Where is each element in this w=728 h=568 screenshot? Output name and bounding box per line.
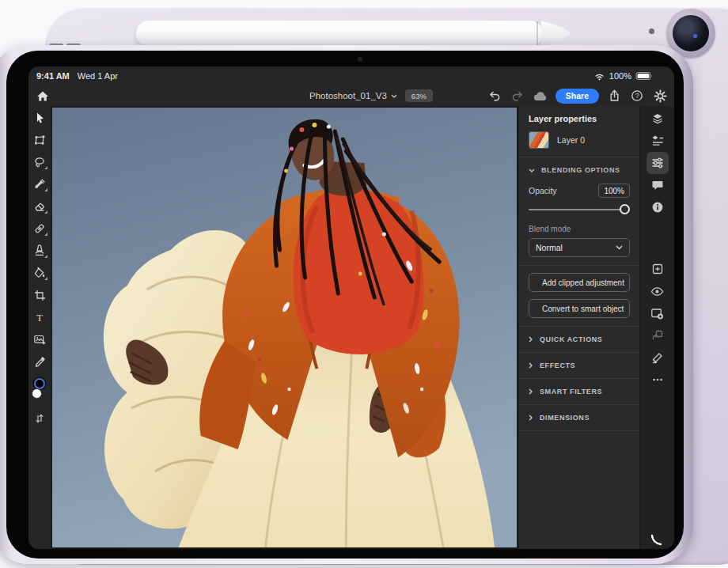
chevron-right-icon: [529, 362, 533, 369]
apple-pencil-seam: [537, 21, 538, 46]
layer-name: Layer 0: [557, 135, 585, 145]
adjustments-icon[interactable]: [646, 152, 669, 174]
slider-handle[interactable]: [620, 204, 630, 214]
svg-text:?: ?: [635, 92, 639, 100]
chevron-right-icon: [529, 336, 533, 343]
tool-type[interactable]: T: [28, 306, 51, 328]
redo-button[interactable]: [510, 88, 525, 104]
apple-pencil: [136, 21, 543, 47]
rear-camera-lens: [673, 15, 709, 51]
tool-healing-brush[interactable]: [28, 218, 51, 240]
layer-thumbnail: [529, 131, 549, 149]
tool-eraser[interactable]: [28, 195, 51, 218]
opacity-label: Opacity: [529, 186, 557, 195]
svg-text:T: T: [36, 312, 43, 324]
blend-mode-select[interactable]: Normal: [529, 238, 630, 257]
tool-place-photo[interactable]: [28, 328, 51, 350]
swap-colors-icon[interactable]: [28, 407, 51, 430]
corner-gesture-indicator[interactable]: [650, 533, 663, 546]
document-title[interactable]: Photoshoot_01_V3: [309, 91, 397, 100]
foreground-color-swatch[interactable]: [34, 378, 45, 389]
blend-mode-label: Blend mode: [529, 225, 630, 233]
status-time: 9:41 AM: [36, 71, 70, 81]
divider: [519, 430, 639, 431]
wifi-icon: [593, 71, 605, 81]
color-swatches[interactable]: [28, 377, 51, 407]
tool-lasso[interactable]: [28, 151, 51, 173]
tool-eyedropper[interactable]: [28, 350, 51, 373]
background-color-swatch[interactable]: [32, 388, 42, 399]
panel-title: Layer properties: [529, 114, 630, 123]
add-clipped-adjustment-button[interactable]: Add clipped adjustment: [529, 273, 630, 292]
section-dimensions[interactable]: DIMENSIONS: [529, 405, 630, 430]
chevron-right-icon: [529, 415, 533, 421]
cloud-sync-icon[interactable]: [533, 88, 548, 104]
canvas-area[interactable]: [51, 106, 518, 549]
section-smart-filters[interactable]: SMART FILTERS: [529, 379, 630, 404]
comments-icon[interactable]: [646, 174, 669, 196]
battery-icon: [635, 71, 654, 81]
rear-microphone-dot: [649, 28, 654, 34]
panel-rail-right: [639, 106, 674, 549]
convert-smart-object-button[interactable]: Convert to smart object: [529, 299, 630, 318]
marketing-scene: 9:41 AM Wed 1 Apr 100%: [0, 0, 728, 568]
chevron-down-icon: [529, 169, 535, 172]
zoom-level-badge[interactable]: 63%: [405, 89, 433, 102]
photoshop-app-screen: 9:41 AM Wed 1 Apr 100%: [28, 66, 674, 549]
layer-visibility-icon[interactable]: [646, 280, 669, 302]
tool-clone-stamp[interactable]: [28, 240, 51, 262]
tool-brush[interactable]: [28, 173, 51, 195]
front-facing-camera: [358, 57, 362, 62]
chevron-down-icon: [616, 245, 623, 250]
divider: [519, 265, 639, 266]
slider-track: [529, 209, 630, 210]
clipping-mask-icon[interactable]: [646, 324, 669, 346]
layer-properties-panel: Layer properties Layer 0 BLENDING OPTION…: [518, 106, 639, 549]
camera-glint: [693, 34, 697, 38]
help-button[interactable]: ?: [629, 88, 645, 104]
tool-fill[interactable]: [28, 262, 51, 284]
add-layer-icon[interactable]: [646, 258, 669, 280]
undo-button[interactable]: [487, 88, 502, 104]
battery-percent: 100%: [609, 71, 631, 81]
home-button[interactable]: [33, 87, 52, 104]
transform-icon[interactable]: [646, 346, 669, 369]
layer-row[interactable]: Layer 0: [529, 131, 630, 149]
opacity-slider[interactable]: [529, 204, 630, 215]
chevron-right-icon: [529, 388, 533, 395]
divider: [519, 157, 639, 157]
chevron-down-icon: [391, 94, 397, 98]
layers-icon[interactable]: [646, 108, 669, 130]
add-mask-icon[interactable]: [646, 302, 669, 324]
more-options-icon[interactable]: [646, 369, 669, 391]
canvas-photo: [52, 108, 517, 547]
layer-properties-icon[interactable]: [646, 130, 669, 152]
section-effects[interactable]: EFFECTS: [529, 353, 630, 378]
tool-crop[interactable]: [28, 284, 51, 306]
tool-move[interactable]: [28, 107, 51, 129]
tool-transform[interactable]: [28, 129, 51, 151]
settings-gear-icon[interactable]: [652, 88, 668, 104]
opacity-value[interactable]: 100%: [598, 184, 630, 198]
app-header: Photoshoot_01_V3 63%: [28, 85, 674, 106]
status-bar: 9:41 AM Wed 1 Apr 100%: [28, 66, 674, 85]
share-button[interactable]: Share: [555, 89, 599, 104]
export-icon[interactable]: [606, 88, 622, 104]
section-quick-actions[interactable]: QUICK ACTIONS: [529, 327, 630, 352]
info-icon[interactable]: [646, 196, 669, 218]
status-date: Wed 1 Apr: [78, 71, 118, 81]
blending-options-header[interactable]: BLENDING OPTIONS: [529, 166, 630, 174]
tool-bar-left: T: [28, 106, 51, 549]
